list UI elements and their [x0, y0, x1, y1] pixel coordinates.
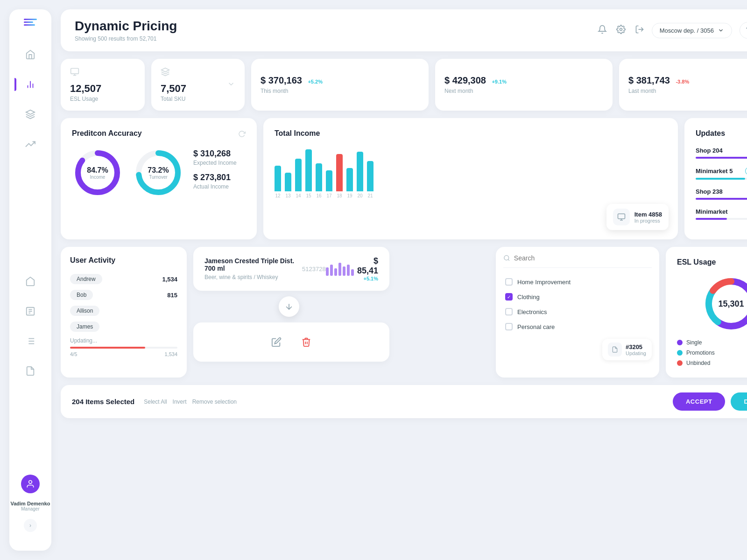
- bar: [346, 168, 353, 191]
- turnover-donut-label: Turnover: [148, 175, 169, 180]
- legend-item: Single: [677, 339, 747, 346]
- update-bar-fill: [696, 198, 747, 200]
- search-item[interactable]: ✓ Clothing: [503, 289, 652, 304]
- search-item[interactable]: Personal care: [503, 319, 652, 334]
- search-input-row: [503, 254, 652, 268]
- sidebar-item-layers[interactable]: [20, 104, 41, 125]
- bar: [367, 161, 374, 191]
- mini-bar: [347, 265, 350, 276]
- refresh-icon[interactable]: [238, 130, 246, 140]
- updates-card: Updates Shop 204 2,510 Minimarket 5 BB1 …: [684, 118, 747, 239]
- sidebar: Vadim Demenko Manager ›: [9, 9, 51, 551]
- decline-button[interactable]: DECLINE: [731, 392, 747, 411]
- checkbox[interactable]: [505, 308, 513, 315]
- sidebar-item-reports[interactable]: [20, 301, 41, 322]
- location-selector[interactable]: Moscow dep. / 3056: [652, 23, 732, 38]
- legend-dot: [677, 340, 683, 345]
- search-item[interactable]: Home Improvement: [503, 274, 652, 289]
- svg-line-31: [508, 259, 509, 261]
- help-button[interactable]: ?: [740, 22, 747, 39]
- esl-stat-value: 12,507: [70, 83, 135, 95]
- search-icon: [503, 254, 510, 262]
- sidebar-item-trends[interactable]: [20, 134, 41, 154]
- svg-point-30: [504, 255, 509, 260]
- esl-usage-title: ESL Usage: [677, 258, 747, 266]
- accept-button[interactable]: ACCEPT: [673, 392, 725, 411]
- user-name-tag: Bob: [70, 290, 93, 300]
- item-progress-badge: Item 4858 In progress: [606, 204, 669, 230]
- updating-label: Updating...: [70, 337, 177, 344]
- updating-progress-text: 4/5: [70, 351, 77, 357]
- sidebar-item-home[interactable]: [20, 44, 41, 65]
- sidebar-item-analytics[interactable]: [20, 74, 41, 95]
- prediction-stats: $ 310,268 Expected Income $ 273,801 Actu…: [193, 149, 246, 196]
- sidebar-avatar[interactable]: [21, 475, 40, 493]
- mini-bar: [343, 266, 345, 276]
- this-month-value: $ 370,163: [261, 75, 302, 85]
- invert-action[interactable]: Invert: [173, 399, 187, 405]
- user-score: 1,534: [162, 276, 177, 283]
- sidebar-item-files[interactable]: [20, 361, 41, 381]
- product-card: Jameson Crested Triple Dist. 700 ml Beer…: [193, 247, 389, 291]
- main-content: Dynamic Pricing Showing 500 results from…: [61, 9, 747, 551]
- sidebar-item-list[interactable]: [20, 331, 41, 351]
- search-item[interactable]: Electronics: [503, 304, 652, 319]
- sidebar-logo: [24, 19, 37, 26]
- bar: [305, 149, 312, 191]
- checkbox[interactable]: ✓: [505, 293, 513, 301]
- sidebar-item-store[interactable]: [20, 271, 41, 292]
- expected-income-label: Expected Income: [193, 160, 246, 166]
- update-bar-track: [696, 218, 747, 220]
- income-donut-pct: 84.7%: [87, 166, 108, 175]
- bell-icon[interactable]: [598, 25, 607, 36]
- update-name: Minimarket 5: [696, 168, 733, 175]
- bar-label: 20: [357, 193, 362, 198]
- update-item: Shop 238 2,391: [696, 188, 747, 200]
- income-donut-label: Income: [87, 175, 108, 180]
- bar-label: 17: [326, 193, 331, 198]
- sku-stat-icon: [161, 67, 186, 79]
- next-month-change: +9.1%: [492, 79, 507, 84]
- legend-dot: [677, 350, 683, 356]
- esl-donut-value: 15,301: [718, 299, 744, 309]
- sku-dropdown-icon[interactable]: [227, 80, 235, 90]
- bar-label: 21: [367, 193, 373, 198]
- user-row: Andrew 1,534: [70, 274, 177, 284]
- header: Dynamic Pricing Showing 500 results from…: [61, 9, 747, 51]
- update-name: Shop 204: [696, 147, 723, 154]
- last-month-period: Last month: [628, 88, 747, 94]
- remove-selection-action[interactable]: Remove selection: [192, 399, 237, 405]
- updates-list: Shop 204 2,510 Minimarket 5 BB1 221 Shop…: [696, 147, 747, 220]
- updates-title: Updates: [696, 129, 747, 138]
- actual-income-value: $ 273,801: [193, 173, 246, 182]
- delete-button[interactable]: [296, 332, 317, 352]
- bar-group: 14: [295, 159, 302, 198]
- user-row: James: [70, 322, 177, 332]
- edit-button[interactable]: [266, 332, 287, 352]
- logout-icon[interactable]: [635, 25, 644, 36]
- bar-label: 14: [296, 193, 301, 198]
- settings-icon[interactable]: [616, 25, 626, 36]
- sort-button[interactable]: [279, 296, 299, 317]
- item-progress-status: In progress: [634, 218, 662, 224]
- sidebar-user-info: Vadim Demenko Manager: [11, 501, 50, 511]
- bar-group: 12: [275, 166, 281, 198]
- prediction-card: Preditcon Accuracy 84.7% Income: [61, 118, 257, 239]
- checkbox[interactable]: [505, 323, 513, 330]
- update-badge: BB1: [745, 167, 747, 175]
- bar-group: 20: [357, 152, 363, 198]
- bar: [326, 170, 332, 191]
- sku-stat-label: Total SKU: [161, 96, 186, 102]
- bottom-bar: 204 Items Selected Select All Invert Rem…: [61, 385, 747, 418]
- search-input[interactable]: [514, 254, 652, 262]
- updating-badge: #3205 Updating: [602, 339, 652, 360]
- update-name: Shop 238: [696, 188, 723, 195]
- sidebar-expand-btn[interactable]: ›: [24, 519, 37, 532]
- price-value: $ 85,41: [354, 256, 378, 276]
- select-all-action[interactable]: Select All: [144, 399, 167, 405]
- bar: [285, 173, 291, 191]
- income-donut: 84.7% Income: [72, 147, 123, 198]
- checkbox[interactable]: [505, 278, 513, 286]
- search-items-list: Home Improvement ✓ Clothing Electronics …: [503, 274, 652, 334]
- update-bar-track: [696, 178, 747, 180]
